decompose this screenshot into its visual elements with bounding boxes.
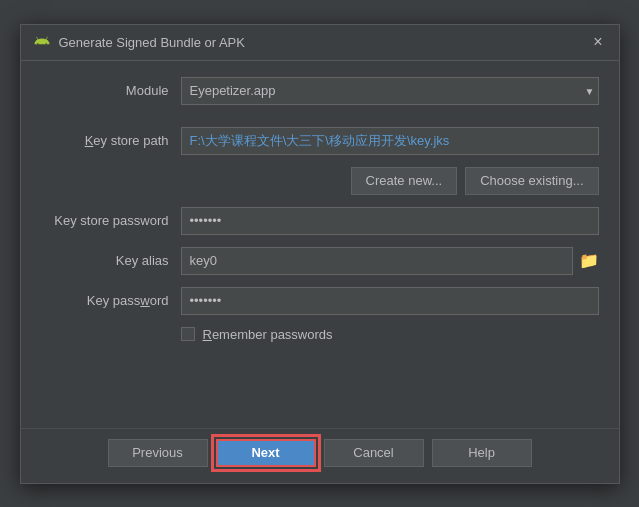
previous-button[interactable]: Previous: [108, 439, 208, 467]
title-bar: Generate Signed Bundle or APK ×: [21, 25, 619, 61]
module-row: Module Eyepetizer.app ▼: [41, 77, 599, 105]
key-alias-row: Key alias 📁: [41, 247, 599, 275]
key-alias-input[interactable]: [181, 247, 573, 275]
key-password-input[interactable]: [181, 287, 599, 315]
choose-existing-button[interactable]: Choose existing...: [465, 167, 598, 195]
module-dropdown[interactable]: Eyepetizer.app: [181, 77, 599, 105]
keystore-buttons-row: Create new... Choose existing...: [41, 167, 599, 195]
keystore-path-label: Key store path: [41, 133, 181, 148]
keystore-password-control: [181, 207, 599, 235]
keystore-password-row: Key store password: [41, 207, 599, 235]
generate-signed-bundle-dialog: Generate Signed Bundle or APK × Module E…: [20, 24, 620, 484]
remember-passwords-row: Remember passwords: [41, 327, 599, 342]
dialog-footer: Previous Next Cancel Help: [21, 428, 619, 483]
android-icon: [33, 33, 51, 51]
key-alias-folder-icon[interactable]: 📁: [579, 251, 599, 270]
keystore-path-control: [181, 127, 599, 155]
key-alias-control: 📁: [181, 247, 599, 275]
keystore-password-label: Key store password: [41, 213, 181, 228]
module-control: Eyepetizer.app ▼: [181, 77, 599, 105]
next-button[interactable]: Next: [216, 439, 316, 467]
title-bar-left: Generate Signed Bundle or APK: [33, 33, 245, 51]
keystore-password-label-text: Key store password: [54, 213, 168, 228]
dialog-title: Generate Signed Bundle or APK: [59, 35, 245, 50]
keystore-path-input[interactable]: [181, 127, 599, 155]
key-password-control: [181, 287, 599, 315]
help-button[interactable]: Help: [432, 439, 532, 467]
close-button[interactable]: ×: [589, 32, 606, 52]
keystore-label-text: Key store path: [85, 133, 169, 148]
key-password-label: Key password: [41, 293, 181, 308]
remember-passwords-checkbox[interactable]: [181, 327, 195, 341]
key-password-label-text: Key password: [87, 293, 169, 308]
create-new-button[interactable]: Create new...: [351, 167, 458, 195]
remember-passwords-label: Remember passwords: [203, 327, 333, 342]
key-alias-label-text: Key alias: [116, 253, 169, 268]
dialog-body: Module Eyepetizer.app ▼ Key store path C…: [21, 61, 619, 428]
cancel-button[interactable]: Cancel: [324, 439, 424, 467]
keystore-password-input[interactable]: [181, 207, 599, 235]
module-label: Module: [41, 83, 181, 98]
keystore-path-row: Key store path: [41, 127, 599, 155]
key-alias-label: Key alias: [41, 253, 181, 268]
key-password-row: Key password: [41, 287, 599, 315]
